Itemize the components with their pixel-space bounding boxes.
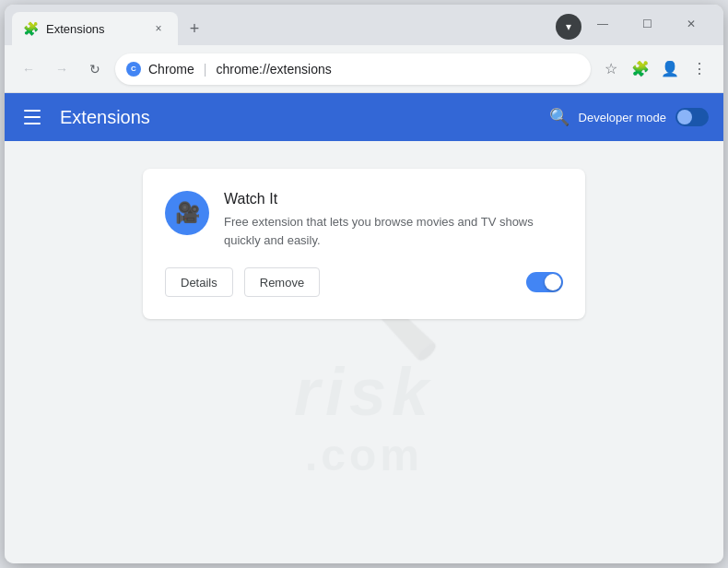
main-content: 🔍 risk .com 🎥 Watch It Free extension th… bbox=[5, 141, 723, 563]
tab-favicon: 🧩 bbox=[23, 21, 39, 36]
bookmark-button[interactable]: ☆ bbox=[598, 56, 624, 82]
maximize-button[interactable]: ☐ bbox=[626, 10, 668, 38]
extension-icon-symbol: 🎥 bbox=[175, 201, 200, 225]
developer-mode-area: 🔍 Developer mode bbox=[549, 107, 709, 127]
browser-window: 🧩 Extensions × + ▾ — ☐ ✕ ← → ↻ C Chrome … bbox=[5, 5, 723, 563]
new-tab-button[interactable]: + bbox=[182, 16, 207, 41]
card-header: 🎥 Watch It Free extension that lets you … bbox=[165, 191, 563, 249]
remove-button[interactable]: Remove bbox=[244, 267, 320, 297]
back-icon: ← bbox=[22, 62, 35, 77]
url-separator: | bbox=[204, 62, 207, 77]
site-favicon: C bbox=[126, 62, 141, 77]
watermark-sub: .com bbox=[305, 430, 423, 480]
card-actions: Details Remove bbox=[165, 267, 563, 297]
minimize-button[interactable]: — bbox=[581, 10, 624, 38]
extension-info: Watch It Free extension that lets you br… bbox=[224, 191, 563, 249]
url-actions: ☆ 🧩 👤 ⋮ bbox=[598, 56, 712, 82]
tab-close-button[interactable]: × bbox=[150, 20, 167, 37]
extension-enable-toggle[interactable] bbox=[526, 272, 563, 292]
window-controls: — ☐ ✕ bbox=[581, 10, 716, 45]
toggle-thumb bbox=[677, 110, 692, 124]
chrome-menu-button[interactable]: ⋮ bbox=[687, 56, 712, 82]
details-button[interactable]: Details bbox=[165, 267, 233, 297]
search-button[interactable]: 🔍 bbox=[549, 107, 569, 127]
close-button[interactable]: ✕ bbox=[670, 10, 712, 38]
extension-toggle-thumb bbox=[545, 274, 561, 290]
extension-description: Free extension that lets you browse movi… bbox=[224, 213, 563, 249]
url-path: chrome://extensions bbox=[216, 62, 331, 77]
star-icon: ☆ bbox=[605, 60, 617, 77]
watermark-text: risk bbox=[294, 354, 434, 430]
reload-button[interactable]: ↻ bbox=[82, 56, 108, 82]
reload-icon: ↻ bbox=[89, 62, 100, 77]
forward-button[interactable]: → bbox=[49, 56, 75, 82]
url-bar[interactable]: C Chrome | chrome://extensions bbox=[115, 53, 591, 85]
back-button[interactable]: ← bbox=[16, 56, 41, 82]
tab-dropdown-button[interactable]: ▾ bbox=[556, 14, 581, 40]
developer-mode-label: Developer mode bbox=[579, 111, 666, 124]
extension-name: Watch It bbox=[224, 191, 563, 207]
active-tab[interactable]: 🧩 Extensions × bbox=[12, 12, 178, 45]
page-title: Extensions bbox=[60, 107, 534, 128]
extensions-header: Extensions 🔍 Developer mode bbox=[5, 93, 723, 141]
menu-icon: ⋮ bbox=[692, 60, 707, 77]
extensions-button[interactable]: 🧩 bbox=[628, 56, 653, 82]
hamburger-menu-button[interactable] bbox=[19, 104, 45, 130]
tab-title: Extensions bbox=[46, 22, 143, 36]
developer-mode-toggle[interactable] bbox=[675, 108, 709, 126]
site-name: Chrome bbox=[148, 62, 194, 77]
address-bar: ← → ↻ C Chrome | chrome://extensions ☆ 🧩… bbox=[5, 45, 723, 93]
forward-icon: → bbox=[55, 62, 68, 77]
extension-card: 🎥 Watch It Free extension that lets you … bbox=[143, 169, 585, 319]
tab-bar: 🧩 Extensions × + ▾ — ☐ ✕ bbox=[5, 5, 723, 45]
profile-icon: 👤 bbox=[661, 60, 679, 77]
extension-icon: 🎥 bbox=[165, 191, 209, 235]
extensions-icon: 🧩 bbox=[631, 60, 650, 77]
profile-button[interactable]: 👤 bbox=[657, 56, 683, 82]
